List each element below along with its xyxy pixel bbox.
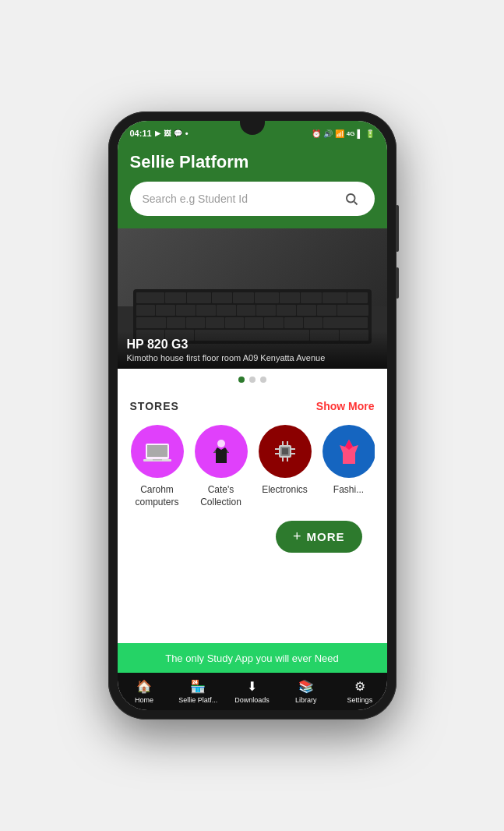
sellie-icon: 🏪 xyxy=(190,679,206,694)
home-icon: 🏠 xyxy=(136,679,152,694)
svg-rect-13 xyxy=(291,453,295,454)
nav-sellie[interactable]: 🏪 Sellie Platf... xyxy=(178,679,217,704)
more-button-container: + MORE xyxy=(130,508,375,559)
nav-home-label: Home xyxy=(135,696,153,704)
status-left: 04:11 ▶ 🖼 💬 • xyxy=(130,129,189,138)
stores-grid: Carohmcomputers xyxy=(130,425,375,508)
svg-rect-17 xyxy=(287,458,288,461)
more-plus-icon: + xyxy=(293,529,302,545)
chip-store-icon xyxy=(270,436,301,467)
downloads-icon: ⬇ xyxy=(247,679,257,694)
dot-1 xyxy=(238,377,245,383)
library-icon: 📚 xyxy=(298,679,314,694)
phone-frame: 04:11 ▶ 🖼 💬 • ⏰ 🔊 📶 4G ▌ 🔋 Sellie Platfo… xyxy=(108,111,397,720)
banner-dots xyxy=(118,369,387,391)
svg-rect-11 xyxy=(275,453,279,454)
store-circle-cates xyxy=(195,425,248,478)
store-label-fashion: Fashi... xyxy=(333,484,364,497)
svg-rect-15 xyxy=(287,441,288,445)
stores-header: STORES Show More xyxy=(130,400,375,412)
stores-section: STORES Show More xyxy=(118,391,387,643)
store-label-carohm: Carohmcomputers xyxy=(135,484,178,508)
yt-icon: ▶ xyxy=(155,129,160,137)
battery-icon: 🔋 xyxy=(365,129,375,138)
img-icon: 🖼 xyxy=(164,129,171,137)
volume-icon: 🔊 xyxy=(323,129,333,138)
svg-point-6 xyxy=(217,440,225,447)
app-header: Sellie Platform Search e.g Student Id xyxy=(118,146,387,228)
show-more-button[interactable]: Show More xyxy=(316,400,375,412)
svg-rect-10 xyxy=(275,448,279,450)
clothes-store-icon xyxy=(206,436,237,467)
main-content: HP 820 G3 Kimotho house first floor room… xyxy=(118,228,387,643)
store-item-carohm[interactable]: Carohmcomputers xyxy=(130,425,185,508)
volume-button xyxy=(396,267,399,299)
signal-icon: ▌ xyxy=(357,129,362,138)
dot-3 xyxy=(260,377,266,383)
dress-store-icon xyxy=(333,436,365,467)
svg-rect-5 xyxy=(153,459,162,461)
banner-location: Kimotho house first floor room A09 Kenya… xyxy=(127,353,378,362)
bottom-navigation: 🏠 Home 🏪 Sellie Platf... ⬇ Downloads 📚 L… xyxy=(118,673,387,710)
store-circle-electronics xyxy=(259,425,312,478)
store-item-fashion[interactable]: Fashi... xyxy=(322,425,375,508)
nav-downloads[interactable]: ⬇ Downloads xyxy=(233,679,272,704)
nav-settings-label: Settings xyxy=(347,696,373,704)
signal-4g-icon: 4G xyxy=(347,130,355,137)
svg-rect-12 xyxy=(291,448,295,450)
search-input[interactable]: Search e.g Student Id xyxy=(143,193,334,205)
nav-downloads-label: Downloads xyxy=(234,696,270,704)
svg-line-1 xyxy=(354,202,357,205)
study-banner-text: The only Study App you will ever Need xyxy=(165,652,339,664)
svg-rect-3 xyxy=(147,445,167,457)
search-bar[interactable]: Search e.g Student Id xyxy=(130,182,375,216)
study-app-banner[interactable]: The only Study App you will ever Need xyxy=(118,643,387,673)
svg-rect-16 xyxy=(282,458,284,461)
settings-icon: ⚙ xyxy=(354,679,365,694)
nav-library-label: Library xyxy=(295,696,317,704)
nav-library[interactable]: 📚 Library xyxy=(287,679,326,704)
search-icon[interactable] xyxy=(340,188,362,210)
store-circle-carohm xyxy=(131,425,184,478)
store-item-cates[interactable]: Cate'sCollection xyxy=(194,425,248,508)
alarm-icon: ⏰ xyxy=(312,129,321,138)
nav-home[interactable]: 🏠 Home xyxy=(125,679,164,704)
stores-section-title: STORES xyxy=(130,400,179,412)
app-title: Sellie Platform xyxy=(130,152,375,172)
banner-overlay: HP 820 G3 Kimotho house first floor room… xyxy=(118,331,387,369)
svg-point-0 xyxy=(347,194,355,203)
chat-icon: 💬 xyxy=(174,129,182,137)
store-item-electronics[interactable]: Electronics xyxy=(258,425,312,508)
status-right: ⏰ 🔊 📶 4G ▌ 🔋 xyxy=(312,129,375,138)
store-label-electronics: Electronics xyxy=(262,484,308,497)
store-circle-fashion xyxy=(322,425,375,478)
svg-rect-9 xyxy=(282,448,288,454)
svg-rect-14 xyxy=(282,441,284,445)
nav-settings[interactable]: ⚙ Settings xyxy=(340,679,379,704)
power-button xyxy=(396,205,399,252)
more-button-label: MORE xyxy=(307,530,345,543)
dot-2 xyxy=(249,377,256,383)
more-button[interactable]: + MORE xyxy=(276,521,362,553)
banner-product-name: HP 820 G3 xyxy=(127,338,378,352)
banner-slide[interactable]: HP 820 G3 Kimotho house first floor room… xyxy=(118,228,387,369)
time-display: 04:11 xyxy=(130,129,152,138)
dot-icon: • xyxy=(185,129,189,138)
wifi-icon: 📶 xyxy=(335,129,344,138)
nav-sellie-label: Sellie Platf... xyxy=(178,696,217,704)
store-label-cates: Cate'sCollection xyxy=(200,484,241,508)
laptop-store-icon xyxy=(142,436,173,467)
phone-screen: 04:11 ▶ 🖼 💬 • ⏰ 🔊 📶 4G ▌ 🔋 Sellie Platfo… xyxy=(118,121,387,710)
